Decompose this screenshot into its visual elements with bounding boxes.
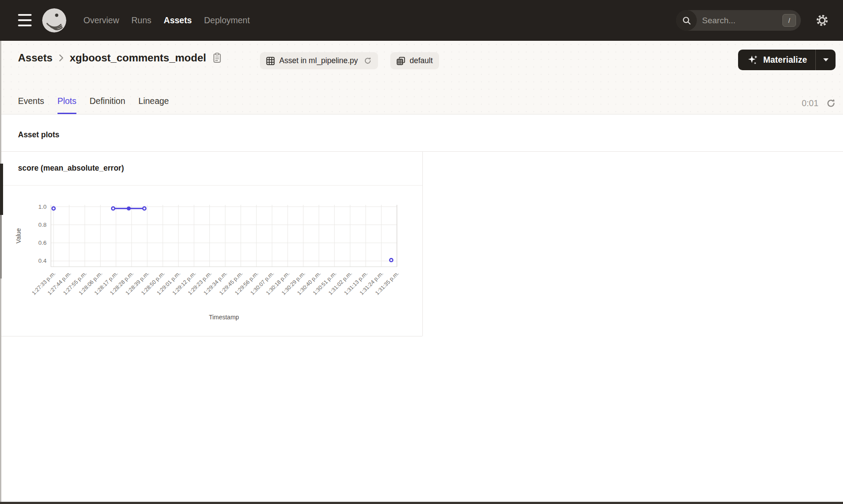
plot-title-divider [0, 185, 422, 186]
dagster-logo[interactable] [42, 8, 66, 32]
section-title: Asset plots [18, 130, 59, 139]
asset-badges: Asset in ml_pipeline.pydefault [260, 52, 439, 69]
materialize-button[interactable]: Materialize [738, 50, 815, 70]
svg-text:Value: Value [15, 228, 22, 243]
octopus-logo-icon [42, 8, 66, 32]
badge-label: default [410, 56, 433, 65]
plot-title: score (mean_absolute_error) [18, 164, 124, 173]
copy-asset-name-icon[interactable] [213, 53, 222, 63]
asset-tabs: EventsPlotsDefinitionLineage [18, 97, 169, 114]
search-input[interactable] [701, 15, 782, 26]
nav-link-runs[interactable]: Runs [131, 15, 151, 25]
line-chart-svg: 0.40.60.81.01:27:33 p.m.1:27:44 p.m.1:27… [13, 192, 404, 328]
data-point[interactable] [112, 207, 115, 210]
svg-text:0.4: 0.4 [38, 257, 47, 264]
tab-definition[interactable]: Definition [90, 97, 125, 114]
background-window-edge [0, 502, 843, 504]
hamburger-menu-icon[interactable] [18, 14, 32, 26]
data-point[interactable] [52, 207, 55, 210]
materialize-button-group: Materialize [738, 50, 836, 70]
materialize-dropdown-button[interactable] [816, 50, 836, 70]
mae-line-chart: 0.40.60.81.01:27:33 p.m.1:27:44 p.m.1:27… [13, 192, 404, 328]
top-navbar: OverviewRunsAssetsDeployment / [0, 0, 843, 41]
svg-text:1.0: 1.0 [38, 204, 47, 210]
plot-card-border [422, 151, 423, 336]
background-window-edge [0, 164, 3, 215]
svg-text:0.8: 0.8 [38, 222, 47, 228]
chevron-down-icon [823, 58, 829, 61]
materialize-label: Materialize [763, 55, 807, 65]
table-grid-icon [266, 57, 275, 65]
breadcrumb: Assets xgboost_comments_model [18, 52, 222, 64]
nav-link-assets[interactable]: Assets [164, 15, 192, 25]
layers-grid-icon [396, 57, 405, 65]
data-point[interactable] [389, 258, 393, 261]
breadcrumb-assets-link[interactable]: Assets [18, 52, 53, 64]
nav-link-deployment[interactable]: Deployment [204, 15, 250, 25]
reload-icon[interactable] [364, 57, 372, 65]
refresh-area: 0:01 [802, 98, 836, 108]
refresh-timer: 0:01 [802, 98, 818, 108]
svg-text:0.6: 0.6 [38, 239, 47, 246]
tab-lineage[interactable]: Lineage [138, 97, 169, 114]
dagster-asset-page: OverviewRunsAssetsDeployment / Assets xg… [0, 0, 843, 504]
search-shortcut-badge: / [782, 14, 796, 27]
asset-page-header: Assets xgboost_comments_model Asset in m… [0, 41, 843, 114]
tab-plots[interactable]: Plots [58, 97, 76, 114]
settings-gear-icon[interactable] [815, 13, 829, 28]
svg-text:Timestamp: Timestamp [209, 314, 239, 321]
page-title: xgboost_comments_model [70, 52, 206, 64]
primary-nav: OverviewRunsAssetsDeployment [83, 0, 250, 41]
nav-link-overview[interactable]: Overview [83, 15, 119, 25]
badge-label: Asset in ml_pipeline.py [279, 56, 358, 65]
refresh-icon[interactable] [826, 98, 836, 108]
search-icon [676, 10, 697, 31]
data-point[interactable] [127, 207, 131, 211]
tab-events[interactable]: Events [18, 97, 44, 114]
asset-location-badge[interactable]: Asset in ml_pipeline.py [260, 52, 378, 69]
data-point[interactable] [143, 207, 146, 210]
global-search[interactable]: / [676, 10, 801, 31]
plot-card-border [0, 336, 422, 336]
background-window-edge [0, 215, 2, 279]
sparkle-icon [747, 54, 758, 65]
section-divider [0, 151, 843, 152]
asset-group-badge[interactable]: default [390, 52, 439, 69]
chevron-right-icon [59, 54, 64, 62]
